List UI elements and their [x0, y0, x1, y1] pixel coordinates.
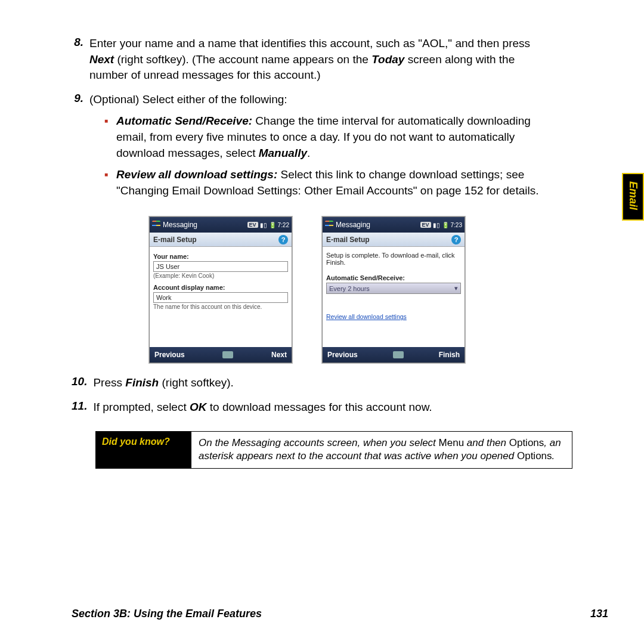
signal-icon: ▮▯	[260, 222, 267, 228]
chapter-tab-label: Email	[627, 181, 639, 210]
account-name-hint: The name for this account on this device…	[153, 304, 288, 310]
asr-dropdown: Every 2 hours▾	[326, 283, 461, 294]
phone-status: EV▮▯🔋7:22	[247, 222, 289, 228]
battery-icon: 🔋	[269, 222, 276, 228]
account-name-label: Account display name:	[153, 284, 288, 291]
softkey-finish: Finish	[439, 351, 460, 359]
start-icon	[152, 221, 160, 229]
your-name-hint: (Example: Kevin Cook)	[153, 273, 288, 279]
step-10: 10. Press Finish (right softkey).	[72, 375, 555, 391]
your-name-input: JS User	[153, 261, 288, 272]
footer-page-number: 131	[590, 608, 608, 620]
bullet-review-settings: Review all download settings: Select thi…	[116, 167, 555, 199]
step-body: If prompted, select OK to download messa…	[93, 400, 555, 416]
softkey-previous: Previous	[327, 351, 358, 359]
phone-time: 7:23	[451, 222, 462, 228]
bullet-auto-send-receive: Automatic Send/Receive: Change the time …	[116, 113, 555, 161]
screenshot-email-setup-complete: Messaging EV▮▯🔋7:23 E-mail Setup ? Setup…	[322, 216, 465, 363]
help-icon: ?	[278, 235, 288, 244]
setup-complete-text: Setup is complete. To download e-mail, c…	[326, 252, 461, 266]
ui-term-finish: Finish	[125, 376, 159, 389]
your-name-label: Your name:	[153, 253, 288, 260]
ui-term-options: Options	[509, 437, 544, 448]
step-body: Enter your name and a name that identifi…	[89, 36, 555, 83]
step-number: 9.	[72, 92, 89, 205]
step-number: 10.	[72, 375, 93, 391]
ui-term-next: Next	[89, 53, 114, 66]
chevron-down-icon: ▾	[454, 284, 458, 292]
asr-label: Automatic Send/Receive:	[326, 274, 461, 281]
step-number: 11.	[72, 400, 93, 416]
ev-icon: EV	[420, 222, 431, 228]
phone-app-title: Messaging	[336, 221, 370, 229]
did-you-know-body: On the Messaging accounts screen, when y…	[191, 432, 572, 469]
signal-icon: ▮▯	[433, 222, 440, 228]
chapter-tab: Email	[622, 173, 644, 221]
ev-icon: EV	[247, 222, 258, 228]
step-11: 11. If prompted, select OK to download m…	[72, 400, 555, 416]
softkey-previous: Previous	[154, 351, 185, 359]
page-footer: Section 3B: Using the Email Features 131	[72, 608, 608, 620]
ui-term-ok: OK	[190, 401, 207, 413]
keyboard-icon	[393, 351, 404, 358]
phone-subtitle: E-mail Setup ?	[150, 233, 292, 247]
keyboard-icon	[222, 351, 233, 358]
ui-term-options: Options	[517, 450, 552, 462]
phone-app-title: Messaging	[163, 221, 197, 229]
bullet-lead: Review all download settings:	[116, 168, 277, 181]
step-body: Press Finish (right softkey).	[93, 375, 555, 391]
account-name-input: Work	[153, 292, 288, 303]
start-icon	[325, 221, 333, 229]
step-9: 9. (Optional) Select either of the follo…	[72, 92, 555, 205]
help-icon: ?	[451, 235, 461, 244]
phone-titlebar: Messaging EV▮▯🔋7:23	[323, 217, 465, 233]
screenshot-row: Messaging EV▮▯🔋7:22 E-mail Setup ? Your …	[149, 216, 555, 363]
phone-titlebar: Messaging EV▮▯🔋7:22	[150, 217, 292, 233]
phone-content: Your name: JS User (Example: Kevin Cook)…	[150, 247, 292, 347]
phone-bottombar: Previous Next	[150, 347, 292, 363]
step-number: 8.	[72, 36, 89, 83]
review-settings-link: Review all download settings	[326, 313, 461, 320]
did-you-know-label: Did you know?	[96, 432, 191, 469]
phone-time: 7:22	[278, 222, 289, 228]
phone-bottombar: Previous Finish	[323, 347, 465, 363]
footer-section: Section 3B: Using the Email Features	[72, 608, 262, 620]
battery-icon: 🔋	[442, 222, 449, 228]
phone-subtitle: E-mail Setup ?	[323, 233, 465, 247]
ui-term-today: Today	[371, 53, 404, 66]
phone-content: Setup is complete. To download e-mail, c…	[323, 247, 465, 347]
did-you-know-box: Did you know? On the Messaging accounts …	[95, 431, 572, 469]
bullet-lead: Automatic Send/Receive:	[116, 114, 252, 127]
softkey-next: Next	[271, 351, 287, 359]
step-body: (Optional) Select either of the followin…	[89, 92, 555, 205]
step-8: 8. Enter your name and a name that ident…	[72, 36, 555, 83]
ui-term-manually: Manually	[259, 147, 307, 159]
phone-status: EV▮▯🔋7:23	[420, 222, 462, 228]
screenshot-email-setup-name: Messaging EV▮▯🔋7:22 E-mail Setup ? Your …	[149, 216, 292, 363]
ui-term-menu: Menu	[439, 437, 465, 448]
